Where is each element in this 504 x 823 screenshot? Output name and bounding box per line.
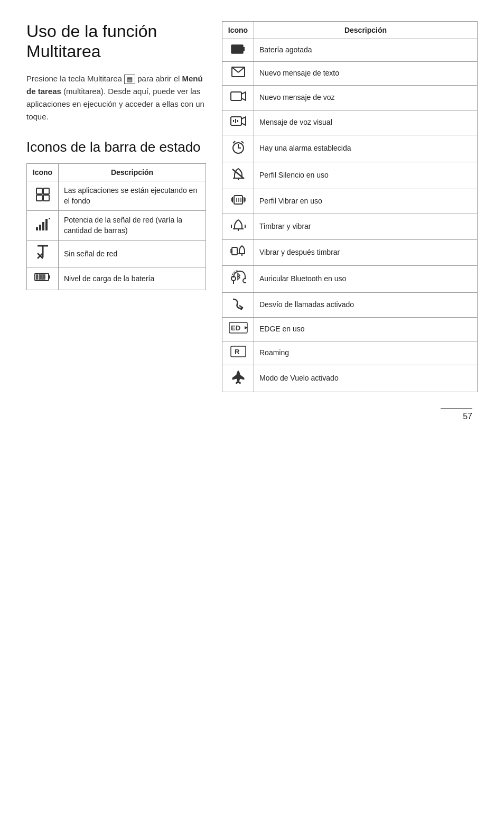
left-row1-icon: [27, 181, 59, 210]
multitask-svg-icon: [35, 187, 50, 202]
svg-rect-3: [43, 195, 49, 201]
svg-rect-7: [45, 219, 48, 230]
svg-rect-6: [42, 222, 44, 230]
table-row: R Roaming: [222, 341, 478, 365]
battery-empty-svg-icon: [231, 44, 246, 54]
svg-rect-25: [231, 92, 241, 100]
svg-line-24: [238, 67, 245, 72]
left-row1-desc: Las aplicaciones se están ejecutando en …: [59, 181, 206, 210]
right-row12-desc: EDGE en uso: [254, 318, 478, 341]
table-row: Potencia de la señal de red (varía la ca…: [27, 211, 206, 241]
table-row: Auricular Bluetooth en uso: [222, 266, 478, 293]
right-row14-icon: [222, 365, 254, 392]
vibrate-ring-svg-icon: [230, 244, 246, 258]
table-row: Desvío de llamadas activado: [222, 293, 478, 318]
right-row3-icon: [222, 86, 254, 110]
table-row: Hay una alarma establecida: [222, 135, 478, 162]
left-table-header-desc: Descripción: [59, 163, 206, 181]
right-row13-desc: Roaming: [254, 341, 478, 365]
svg-rect-52: [232, 247, 237, 255]
signal-svg-icon: [35, 217, 50, 232]
table-row: Nuevo mensaje de voz: [222, 86, 478, 110]
right-row14-desc: Modo de Vuelo activado: [254, 365, 478, 392]
right-row11-icon: [222, 293, 254, 318]
svg-rect-17: [40, 274, 42, 280]
silent-profile-svg-icon: [231, 167, 245, 181]
left-table-header-icon: Icono: [27, 163, 59, 181]
right-row10-desc: Auricular Bluetooth en uso: [254, 266, 478, 293]
call-divert-svg-icon: [231, 297, 246, 310]
table-row: Nivel de carga de la batería: [27, 267, 206, 290]
svg-rect-2: [36, 195, 42, 201]
table-row: Las aplicaciones se están ejecutando en …: [27, 181, 206, 210]
right-row7-desc: Perfil Vibrar en uso: [254, 189, 478, 214]
svg-marker-26: [241, 92, 246, 100]
roaming-svg-icon: R: [230, 346, 246, 357]
left-row2-desc: Potencia de la señal de red (varía la ca…: [59, 211, 206, 241]
page-divider: [441, 408, 472, 409]
right-row11-desc: Desvío de llamadas activado: [254, 293, 478, 318]
left-section: Uso de la función Multitarea Presione la…: [26, 21, 206, 290]
svg-rect-20: [231, 45, 243, 53]
right-table-header-desc: Descripción: [254, 22, 478, 39]
svg-rect-4: [36, 227, 38, 230]
svg-line-23: [232, 67, 238, 72]
svg-line-36: [241, 141, 244, 143]
svg-rect-15: [36, 274, 38, 280]
no-signal-svg-icon: [35, 245, 50, 260]
left-row3-desc: Sin señal de red: [59, 241, 206, 267]
right-row5-icon: [222, 135, 254, 162]
right-row7-icon: [222, 189, 254, 214]
right-row8-icon: [222, 214, 254, 240]
table-row: Mensaje de voz visual: [222, 110, 478, 135]
ring-vibrate-svg-icon: [230, 218, 246, 232]
right-row1-desc: Batería agotada: [254, 39, 478, 62]
table-row: Perfil Silencio en uso: [222, 162, 478, 189]
right-row2-icon: [222, 62, 254, 86]
menu-bold: Menú de tareas: [26, 74, 203, 96]
main-description: Presione la tecla Multitarea ▦ para abri…: [26, 72, 206, 123]
page-number-area: 57: [26, 408, 478, 421]
right-row2-desc: Nuevo mensaje de texto: [254, 62, 478, 86]
left-icon-table: Icono Descripción: [26, 163, 206, 290]
table-row: Sin señal de red: [27, 241, 206, 267]
table-row: Perfil Vibrar en uso: [222, 189, 478, 214]
new-voice-msg-svg-icon: [230, 90, 246, 103]
right-row9-desc: Vibrar y después timbrar: [254, 240, 478, 266]
edge-svg-icon: ED: [229, 322, 248, 334]
right-row1-icon: [222, 39, 254, 62]
vibrate-profile-svg-icon: [230, 193, 246, 206]
bluetooth-headset-svg-icon: [230, 270, 246, 285]
status-bar-title: Iconos de la barra de estado: [26, 139, 206, 155]
svg-rect-14: [49, 275, 50, 279]
right-row5-desc: Hay una alarma establecida: [254, 135, 478, 162]
left-row2-icon: [27, 211, 59, 241]
right-icon-table: Icono Descripción Batería agotada: [222, 21, 478, 392]
svg-rect-5: [39, 225, 41, 230]
svg-line-35: [233, 141, 235, 143]
right-row13-icon: R: [222, 341, 254, 365]
right-row4-desc: Mensaje de voz visual: [254, 110, 478, 135]
right-row12-icon: ED: [222, 318, 254, 341]
main-title: Uso de la función Multitarea: [26, 21, 206, 62]
page-number: 57: [463, 412, 472, 421]
svg-point-57: [243, 279, 246, 283]
right-section: Icono Descripción Batería agotada: [222, 21, 478, 392]
right-row9-icon: [222, 240, 254, 266]
left-row3-icon: [27, 241, 59, 267]
svg-rect-1: [43, 188, 49, 194]
right-row4-icon: [222, 110, 254, 135]
left-row4-icon: [27, 267, 59, 290]
svg-rect-19: [43, 274, 45, 280]
right-row6-desc: Perfil Silencio en uso: [254, 162, 478, 189]
alarm-svg-icon: [231, 140, 245, 154]
svg-text:R: R: [235, 348, 240, 356]
table-row: Nuevo mensaje de texto: [222, 62, 478, 86]
multitask-key-icon: ▦: [124, 75, 135, 84]
table-row: Modo de Vuelo activado: [222, 365, 478, 392]
svg-rect-0: [36, 188, 42, 194]
right-row6-icon: [222, 162, 254, 189]
svg-marker-8: [48, 218, 50, 220]
right-row8-desc: Timbrar y vibrar: [254, 214, 478, 240]
flight-mode-svg-icon: [230, 369, 246, 384]
